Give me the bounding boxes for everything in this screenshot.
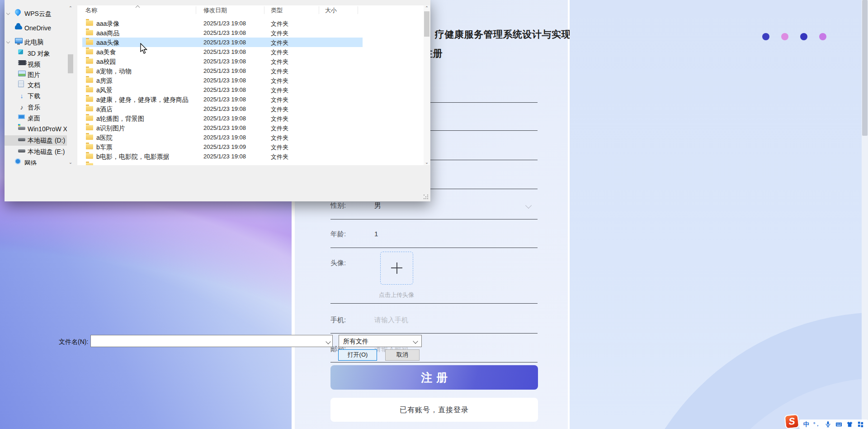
column-divider[interactable] (319, 6, 319, 14)
login-link-button[interactable]: 已有账号，直接登录 (330, 398, 538, 422)
sidebar-item-box3d[interactable]: 3D 对象 (5, 48, 67, 59)
scroll-down-icon[interactable]: ⌄ (67, 160, 74, 165)
decorative-dot (781, 33, 788, 40)
keyboard-icon[interactable] (835, 421, 842, 428)
file-date: 2025/1/23 19:08 (203, 153, 246, 160)
chevron-down-icon[interactable] (525, 202, 532, 209)
column-divider[interactable] (196, 6, 196, 14)
file-type: 文件夹 (271, 77, 288, 85)
filetype-dropdown[interactable]: 所有文件 (339, 335, 422, 347)
file-name: a轮播图，背景图 (96, 115, 144, 123)
file-list: 名称 修改日期 类型 大小 aaa录像2025/1/23 19:08文件夹aaa… (77, 5, 424, 165)
file-list-scrollbar-thumb[interactable] (424, 11, 429, 37)
cancel-button[interactable]: 取消 (385, 349, 420, 361)
file-row[interactable]: a识别图片2025/1/23 19:08文件夹 (77, 123, 424, 133)
skin-shirt-icon[interactable] (846, 421, 853, 428)
file-row[interactable]: b电影，电影院，电影票据2025/1/23 19:08文件夹 (77, 152, 424, 161)
resize-grip[interactable] (424, 195, 428, 199)
sidebar-item-pictures[interactable]: 图片 (5, 70, 67, 80)
ime-punctuation-icon[interactable]: °， (813, 419, 820, 429)
column-divider[interactable] (358, 6, 358, 14)
phone-field[interactable]: 请输入手机 (374, 316, 408, 324)
sidebar-item-desktop[interactable]: 桌面 (5, 113, 67, 124)
sidebar-item-monitor[interactable]: 此电脑 (5, 37, 67, 48)
monitor-icon (15, 38, 23, 43)
file-row[interactable]: a酒店2025/1/23 19:08文件夹 (77, 104, 424, 114)
file-row[interactable]: aaa头像2025/1/23 19:08文件夹 (82, 38, 363, 47)
chevron-down-icon (413, 338, 418, 343)
scroll-down-icon[interactable]: ⌄ (424, 160, 430, 165)
column-header-size[interactable]: 大小 (325, 6, 337, 14)
folder-icon (86, 96, 93, 102)
microphone-icon[interactable] (825, 421, 831, 428)
chevron-down-icon[interactable] (6, 11, 10, 15)
file-type: 文件夹 (271, 20, 288, 28)
toolbox-grid-icon[interactable] (857, 421, 864, 428)
page-scrollbar-thumb[interactable] (862, 0, 868, 136)
avatar-upload-box[interactable] (380, 252, 413, 285)
network-icon (15, 158, 21, 164)
sidebar-item-network[interactable]: 网络 (5, 158, 67, 165)
sidebar-item-label: 3D 对象 (28, 50, 50, 58)
folder-icon (86, 153, 93, 159)
file-row[interactable]: a宠物，动物2025/1/23 19:08文件夹 (77, 66, 424, 76)
sidebar-scrollbar[interactable]: ⌃ ⌄ (67, 5, 74, 165)
file-date: 2025/1/23 19:08 (203, 29, 246, 36)
file-row[interactable]: a医院2025/1/23 19:08文件夹 (77, 133, 424, 142)
folder-icon (86, 39, 93, 45)
drive-icon (18, 138, 25, 141)
form-underline (330, 248, 538, 248)
sidebar-item-sysdrive[interactable]: Win10ProW X6 (5, 124, 67, 134)
column-header-date[interactable]: 修改日期 (203, 6, 227, 14)
sidebar-item-label: 网络 (24, 159, 37, 165)
sidebar-item-drive[interactable]: 本地磁盘 (E:) (5, 147, 67, 157)
folder-icon (86, 134, 93, 140)
file-row[interactable]: a房源2025/1/23 19:08文件夹 (77, 76, 424, 85)
file-row[interactable]: b车票2025/1/23 19:09文件夹 (77, 142, 424, 152)
videos-icon (18, 60, 27, 65)
folder-icon (86, 68, 93, 73)
column-header-name[interactable]: 名称 (85, 6, 97, 14)
gender-value[interactable]: 男 (374, 201, 381, 210)
file-row[interactable]: aaa录像2025/1/23 19:08文件夹 (77, 19, 424, 28)
age-value[interactable]: 1 (374, 230, 378, 238)
file-row[interactable]: a轮播图，背景图2025/1/23 19:08文件夹 (77, 114, 424, 123)
open-file-dialog: WPS云盘OneDrive此电脑3D 对象视频图片文档↓下载♪音乐桌面Win10… (5, 0, 430, 201)
dialog-sidebar: WPS云盘OneDrive此电脑3D 对象视频图片文档↓下载♪音乐桌面Win10… (5, 0, 67, 165)
page-scrollbar[interactable] (862, 0, 868, 429)
sysdrive-icon (18, 127, 25, 130)
sidebar-item-drive[interactable]: 本地磁盘 (D:) (5, 135, 67, 146)
file-date: 2025/1/23 19:08 (203, 48, 246, 55)
decorative-dot (800, 33, 807, 40)
sort-ascending-icon (136, 5, 140, 10)
column-divider[interactable] (264, 6, 264, 14)
scroll-up-icon[interactable]: ⌃ (424, 5, 430, 11)
file-row[interactable] (77, 161, 424, 165)
file-row[interactable]: a健康，健身，健身课，健身商品2025/1/23 19:08文件夹 (77, 95, 424, 104)
scroll-up-icon[interactable]: ⌃ (67, 5, 74, 11)
sidebar-item-downloads[interactable]: ↓下载 (5, 91, 67, 101)
file-row[interactable]: aa美食2025/1/23 19:08文件夹 (77, 47, 424, 57)
filename-label: 文件名(N): (59, 338, 88, 346)
sidebar-scrollbar-thumb[interactable] (68, 54, 73, 73)
register-button[interactable]: 注册 (330, 365, 538, 390)
column-header-type[interactable]: 类型 (271, 6, 283, 14)
box3d-icon (18, 49, 23, 54)
file-list-scrollbar[interactable]: ⌃ ⌄ (424, 5, 430, 165)
sidebar-item-onedrive[interactable]: OneDrive (5, 23, 67, 33)
file-row[interactable]: aaa商品2025/1/23 19:08文件夹 (77, 28, 424, 38)
sidebar-item-wps[interactable]: WPS云盘 (5, 9, 67, 19)
ime-mode-chinese[interactable]: 中 (803, 419, 809, 429)
sidebar-item-documents[interactable]: 文档 (5, 80, 67, 91)
file-date: 2025/1/23 19:08 (203, 77, 246, 84)
file-name: b车票 (96, 143, 113, 152)
filename-input[interactable] (90, 335, 333, 347)
sidebar-item-videos[interactable]: 视频 (5, 59, 67, 70)
file-row[interactable]: a风景2025/1/23 19:08文件夹 (77, 85, 424, 95)
chevron-down-icon[interactable] (6, 40, 10, 43)
phone-label: 手机: (330, 316, 346, 324)
sogou-input-logo[interactable]: S (784, 414, 799, 429)
file-row[interactable]: aa校园2025/1/23 19:08文件夹 (77, 57, 424, 66)
open-button[interactable]: 打开(O) (338, 349, 377, 361)
sidebar-item-music[interactable]: ♪音乐 (5, 102, 67, 113)
